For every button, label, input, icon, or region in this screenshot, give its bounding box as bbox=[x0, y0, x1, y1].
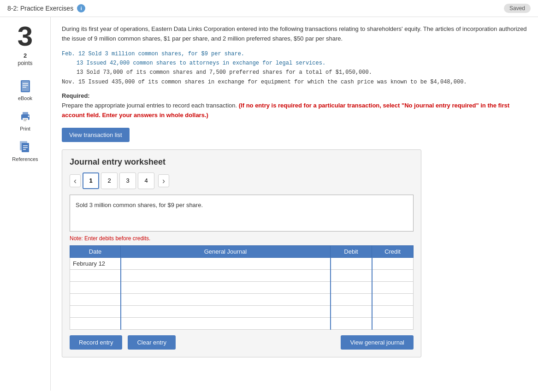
print-icon bbox=[17, 108, 34, 125]
debit-input-cell[interactable] bbox=[331, 257, 372, 269]
sidebar-tool-ebook[interactable]: eBook bbox=[17, 78, 34, 101]
debit-input[interactable] bbox=[331, 294, 372, 305]
table-row bbox=[70, 305, 414, 317]
svg-rect-8 bbox=[24, 119, 27, 120]
worksheet-title: Journal entry worksheet bbox=[70, 157, 414, 167]
credit-input-cell[interactable] bbox=[372, 305, 414, 317]
tab-nav: ‹ 1 2 3 4 › bbox=[70, 172, 414, 189]
transaction-description: Sold 3 million common shares, for $9 per… bbox=[70, 195, 414, 232]
tab-2-button[interactable]: 2 bbox=[101, 172, 118, 189]
references-label: References bbox=[12, 156, 38, 162]
debit-input[interactable] bbox=[331, 282, 372, 293]
journal-input[interactable] bbox=[121, 294, 330, 305]
date-cell bbox=[70, 269, 121, 281]
debit-input-cell[interactable] bbox=[331, 293, 372, 305]
col-header-credit: Credit bbox=[372, 245, 414, 257]
view-general-journal-button[interactable]: View general journal bbox=[341, 335, 414, 350]
credit-input[interactable] bbox=[372, 270, 414, 281]
date-cell: February 12 bbox=[70, 257, 121, 269]
action-buttons: Record entry Clear entry View general jo… bbox=[70, 335, 414, 350]
date-cell bbox=[70, 317, 121, 329]
credit-input-cell[interactable] bbox=[372, 257, 414, 269]
transactions-block: Feb. 12 Sold 3 million common shares, fo… bbox=[62, 49, 527, 87]
credit-input-cell[interactable] bbox=[372, 317, 414, 329]
debit-input-cell[interactable] bbox=[331, 269, 372, 281]
question-intro: During its first year of operations, Eas… bbox=[62, 24, 527, 44]
question-number: 3 bbox=[18, 23, 33, 50]
debit-input-cell[interactable] bbox=[331, 281, 372, 293]
svg-point-10 bbox=[28, 116, 29, 117]
journal-input[interactable] bbox=[121, 270, 330, 281]
record-entry-button[interactable]: Record entry bbox=[70, 335, 122, 350]
sidebar-tool-references[interactable]: References bbox=[12, 139, 38, 162]
table-row bbox=[70, 317, 414, 329]
svg-rect-7 bbox=[23, 118, 28, 122]
credit-input-cell[interactable] bbox=[372, 293, 414, 305]
debit-input[interactable] bbox=[331, 258, 372, 269]
credit-input[interactable] bbox=[372, 282, 414, 293]
info-icon[interactable]: i bbox=[77, 4, 85, 12]
required-text: Prepare the appropriate journal entries … bbox=[62, 101, 527, 120]
top-bar-title-area: 8-2: Practice Exercises i bbox=[7, 4, 85, 12]
debit-input[interactable] bbox=[331, 270, 372, 281]
sidebar-tool-print[interactable]: Print bbox=[17, 108, 34, 131]
tab-prev-button[interactable]: ‹ bbox=[70, 174, 81, 187]
svg-rect-1 bbox=[22, 81, 29, 91]
journal-input[interactable] bbox=[121, 258, 330, 269]
references-icon bbox=[17, 139, 33, 155]
credit-input[interactable] bbox=[372, 294, 414, 305]
view-transaction-list-button[interactable]: View transaction list bbox=[62, 128, 130, 142]
journal-input-cell[interactable] bbox=[121, 269, 331, 281]
credit-input-cell[interactable] bbox=[372, 269, 414, 281]
journal-input[interactable] bbox=[121, 306, 330, 317]
date-cell bbox=[70, 293, 121, 305]
debit-input[interactable] bbox=[331, 318, 372, 329]
journal-table: Date General Journal Debit Credit Februa… bbox=[70, 245, 414, 330]
debit-input[interactable] bbox=[331, 306, 372, 317]
credit-input[interactable] bbox=[372, 318, 414, 329]
ebook-icon bbox=[17, 78, 34, 95]
required-label: Required: bbox=[62, 92, 527, 99]
table-row bbox=[70, 269, 414, 281]
col-header-date: Date bbox=[70, 245, 121, 257]
table-row: February 12 bbox=[70, 257, 414, 269]
svg-rect-6 bbox=[23, 112, 28, 115]
journal-input-cell[interactable] bbox=[121, 257, 331, 269]
main-layout: 3 2 points eBook bbox=[0, 17, 538, 391]
debit-input-cell[interactable] bbox=[331, 305, 372, 317]
page-title: 8-2: Practice Exercises bbox=[7, 5, 73, 12]
credit-input[interactable] bbox=[372, 258, 414, 269]
journal-input-cell[interactable] bbox=[121, 293, 331, 305]
table-row bbox=[70, 281, 414, 293]
date-cell bbox=[70, 305, 121, 317]
credit-input[interactable] bbox=[372, 306, 414, 317]
tab-3-button[interactable]: 3 bbox=[119, 172, 136, 189]
content-area: During its first year of operations, Eas… bbox=[51, 17, 538, 391]
print-label: Print bbox=[20, 126, 30, 131]
left-sidebar: 3 2 points eBook bbox=[0, 17, 51, 391]
col-header-debit: Debit bbox=[331, 245, 372, 257]
note-text: Note: Enter debits before credits. bbox=[70, 235, 414, 242]
tab-4-button[interactable]: 4 bbox=[138, 172, 154, 189]
journal-input-cell[interactable] bbox=[121, 305, 331, 317]
worksheet-container: Journal entry worksheet ‹ 1 2 3 4 › Sold… bbox=[62, 149, 421, 357]
journal-input-cell[interactable] bbox=[121, 317, 331, 329]
top-bar: 8-2: Practice Exercises i Saved bbox=[0, 0, 538, 17]
col-header-journal: General Journal bbox=[121, 245, 331, 257]
saved-badge: Saved bbox=[504, 4, 531, 13]
date-cell bbox=[70, 281, 121, 293]
svg-rect-9 bbox=[24, 120, 26, 121]
debit-input-cell[interactable] bbox=[331, 317, 372, 329]
ebook-label: eBook bbox=[18, 95, 32, 101]
points-label: 2 points bbox=[18, 52, 32, 67]
journal-input-cell[interactable] bbox=[121, 281, 331, 293]
tab-1-button[interactable]: 1 bbox=[83, 172, 99, 189]
table-row bbox=[70, 293, 414, 305]
journal-input[interactable] bbox=[121, 282, 330, 293]
journal-input[interactable] bbox=[121, 318, 330, 329]
clear-entry-button[interactable]: Clear entry bbox=[128, 335, 176, 350]
tab-next-button[interactable]: › bbox=[158, 174, 169, 187]
credit-input-cell[interactable] bbox=[372, 281, 414, 293]
